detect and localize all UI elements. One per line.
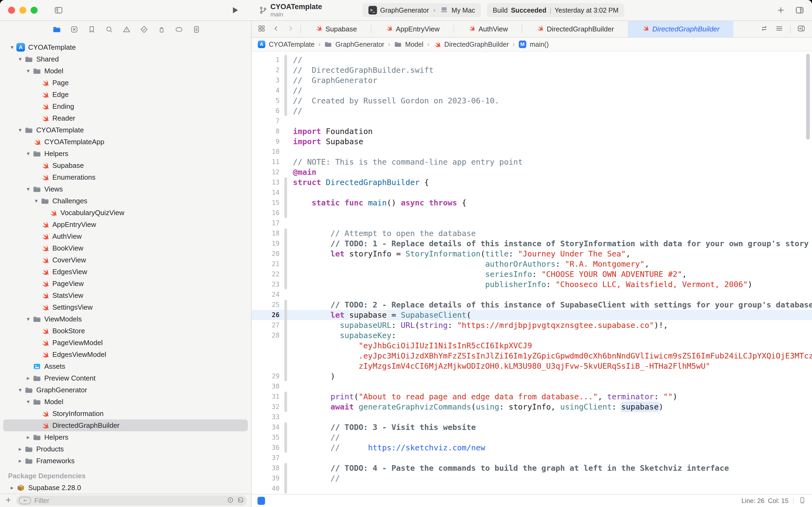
scheme-selector[interactable]: >_ GraphGenerator › My Mac xyxy=(362,3,481,17)
code-line-36[interactable]: 36 // https://sketchviz.com/new xyxy=(251,443,812,453)
code-line-34[interactable]: 34 // TODO: 3 - Visit this website xyxy=(251,422,812,432)
go-forward-icon[interactable] xyxy=(287,24,295,34)
tree-item-edgesviewmodel[interactable]: EdgesViewModel xyxy=(3,349,248,360)
code-line-28[interactable]: 28 supabaseKey: xyxy=(251,330,812,340)
tree-item-viewmodels[interactable]: ▾ViewModels xyxy=(3,313,248,325)
code-line-22[interactable]: 22 seriesInfo: "CHOOSE YOUR OWN ADVENTUR… xyxy=(251,269,812,279)
chevron-right-icon[interactable]: ▸ xyxy=(24,434,32,440)
code-line-33[interactable]: 33 xyxy=(251,412,812,422)
code-line-29[interactable]: 29 ) xyxy=(251,371,812,381)
code-line-1[interactable]: 1// xyxy=(251,55,812,65)
toggle-navigator-icon[interactable] xyxy=(53,5,64,15)
add-editor-icon[interactable] xyxy=(797,24,806,34)
code-line-39[interactable]: 39 // xyxy=(251,473,812,484)
breadcrumb-item[interactable]: GraphGenerator xyxy=(335,41,384,48)
code-line-wrap-29[interactable]: .eyJpc3MiOiJzdXBhYmFzZSIsInJlZiI6Im1yZGp… xyxy=(251,351,812,361)
tree-item-bookview[interactable]: BookView xyxy=(3,242,248,254)
tree-item-pageview[interactable]: PageView xyxy=(3,278,248,289)
breadcrumb-item[interactable]: main() xyxy=(530,41,549,48)
tree-item-challenges[interactable]: ▾Challenges xyxy=(3,195,248,207)
chevron-down-icon[interactable]: ▾ xyxy=(16,127,24,133)
blue-indicator-icon[interactable] xyxy=(257,497,265,505)
tree-item-statsview[interactable]: StatsView xyxy=(3,289,248,301)
code-line-8[interactable]: 8import Foundation xyxy=(251,126,812,136)
tree-item-cyoatemplate[interactable]: ▾ACYOATemplate xyxy=(3,41,248,53)
code-line-6[interactable]: 6// xyxy=(251,106,812,116)
tree-item-graphgenerator[interactable]: ▾GraphGenerator xyxy=(3,384,248,396)
breadcrumb-item[interactable]: DirectedGraphBuilder xyxy=(445,41,509,48)
tree-item-storyinformation[interactable]: StoryInformation xyxy=(3,408,248,419)
code-line-7[interactable]: 7 xyxy=(251,116,812,126)
tree-item-bookstore[interactable]: BookStore xyxy=(3,325,248,337)
tree-item-supabase-2-28-0[interactable]: ▸Supabase 2.28.0 xyxy=(3,482,248,494)
adjust-editor-options-icon[interactable] xyxy=(775,24,784,34)
tab-authview[interactable]: AuthView xyxy=(454,21,522,37)
code-line-21[interactable]: 21 authorOrAuthors: "R.A. Montgomery", xyxy=(251,259,812,269)
recents-filter-icon[interactable] xyxy=(227,497,234,505)
bookmarks-navigator-icon[interactable] xyxy=(87,25,96,34)
tree-item-cyoatemplate[interactable]: ▾CYOATemplate xyxy=(3,124,248,136)
code-line-3[interactable]: 3// GraphGenerator xyxy=(251,75,812,86)
tree-item-products[interactable]: ▸Products xyxy=(3,443,248,455)
code-line-26[interactable]: 26 let supabase = SupabaseClient( xyxy=(251,310,812,320)
chevron-right-icon[interactable]: ▸ xyxy=(16,458,24,464)
code-line-17[interactable]: 17 xyxy=(251,218,812,228)
breadcrumb-item[interactable]: Model xyxy=(405,41,423,48)
scheme-target-label[interactable]: GraphGenerator xyxy=(380,6,429,14)
code-line-35[interactable]: 35 // xyxy=(251,432,812,443)
code-line-10[interactable]: 10 xyxy=(251,147,812,157)
project-navigator-icon[interactable] xyxy=(52,25,61,34)
code-line-18[interactable]: 18 // Attempt to open the database xyxy=(251,228,812,238)
project-status[interactable]: CYOATemplate main xyxy=(258,3,322,17)
source-control-filter-icon[interactable] xyxy=(237,497,244,505)
code-line-20[interactable]: 20 let storyInfo = StoryInformation(titl… xyxy=(251,249,812,259)
code-line-5[interactable]: 5// Created by Russell Gordon on 2023-06… xyxy=(251,96,812,106)
editor-scrollbar[interactable] xyxy=(806,54,810,139)
tree-item-edge[interactable]: Edge xyxy=(3,89,248,101)
chevron-down-icon[interactable]: ▾ xyxy=(24,398,32,405)
tree-item-appentryview[interactable]: AppEntryView xyxy=(3,219,248,230)
tree-item-assets[interactable]: Assets xyxy=(3,360,248,372)
find-navigator-icon[interactable] xyxy=(105,25,114,34)
code-line-9[interactable]: 9import Supabase xyxy=(251,136,812,147)
related-items-icon[interactable] xyxy=(257,24,266,34)
tab-directedgraphbuilder[interactable]: DirectedGraphBuilder xyxy=(522,21,628,37)
filter-field[interactable]: Filter xyxy=(16,496,247,506)
tree-item-authview[interactable]: AuthView xyxy=(3,230,248,242)
chevron-down-icon[interactable]: ▾ xyxy=(24,68,32,74)
tree-item-supabase[interactable]: Supabase xyxy=(3,160,248,171)
breakpoints-navigator-icon[interactable] xyxy=(174,25,183,34)
code-line-2[interactable]: 2// DirectedGraphBuilder.swift xyxy=(251,65,812,75)
tree-item-page[interactable]: Page xyxy=(3,77,248,89)
code-line-24[interactable]: 24 xyxy=(251,289,812,300)
tests-navigator-icon[interactable] xyxy=(139,25,149,34)
tree-item-pageviewmodel[interactable]: PageViewModel xyxy=(3,337,248,349)
minimize-window-button[interactable] xyxy=(19,7,26,14)
run-destination-label[interactable]: My Mac xyxy=(452,6,475,14)
code-line-15[interactable]: 15 static func main() async throws { xyxy=(251,198,812,208)
code-line-38[interactable]: 38 // TODO: 4 - Paste the commands to bu… xyxy=(251,463,812,473)
add-file-icon[interactable] xyxy=(4,496,12,505)
activity-status[interactable]: Build Succeeded | Yesterday at 3:02 PM xyxy=(487,3,624,17)
tree-item-ending[interactable]: Ending xyxy=(3,101,248,112)
tree-item-directedgraphbuilder[interactable]: DirectedGraphBuilder xyxy=(3,419,248,431)
code-review-icon[interactable] xyxy=(760,24,768,34)
code-line-37[interactable]: 37 xyxy=(251,453,812,463)
code-line-4[interactable]: 4// xyxy=(251,86,812,96)
tree-item-helpers[interactable]: ▸Helpers xyxy=(3,431,248,443)
tree-item-model[interactable]: ▾Model xyxy=(3,65,248,77)
code-line-12[interactable]: 12@main xyxy=(251,167,812,177)
issues-navigator-icon[interactable] xyxy=(122,25,131,34)
device-preview-icon[interactable] xyxy=(799,497,806,505)
tree-item-cyoatemplateapp[interactable]: CYOATemplateApp xyxy=(3,136,248,148)
tree-item-enumerations[interactable]: Enumerations xyxy=(3,171,248,183)
chevron-down-icon[interactable]: ▾ xyxy=(24,150,32,157)
code-line-11[interactable]: 11// NOTE: This is the command-line app … xyxy=(251,157,812,167)
code-line-wrap-30[interactable]: zIyMzgsImV4cCI6MjAzMjkwODIzOH0.kLM3U980_… xyxy=(251,361,812,371)
tree-item-coverview[interactable]: CoverView xyxy=(3,254,248,266)
code-line-wrap-28[interactable]: "eyJhbGciOiJIUzI1NiIsInR5cCI6IkpXVCJ9 xyxy=(251,340,812,351)
chevron-right-icon[interactable]: ▸ xyxy=(8,485,16,491)
close-window-button[interactable] xyxy=(8,7,15,14)
tree-item-vocabularyquizview[interactable]: VocabularyQuizView xyxy=(3,207,248,219)
code-line-14[interactable]: 14 xyxy=(251,187,812,198)
